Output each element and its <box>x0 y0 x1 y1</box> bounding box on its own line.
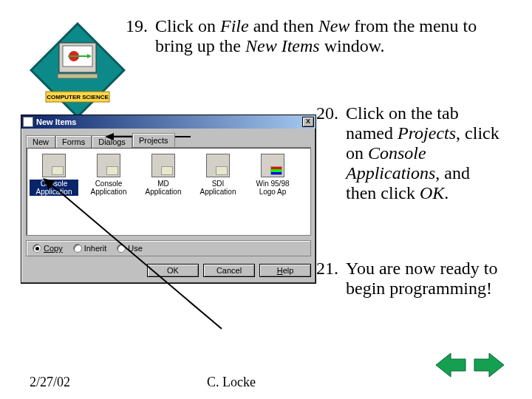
svg-point-3 <box>69 51 79 61</box>
svg-rect-1 <box>59 43 96 72</box>
item-console-application[interactable]: Console Application <box>30 154 78 229</box>
app-icon <box>261 154 284 177</box>
titlebar: New Items X <box>21 115 316 129</box>
svg-rect-6 <box>58 74 98 78</box>
item-sdi-application[interactable]: SDI Application <box>194 154 242 229</box>
projects-panel: Console Application Console Application … <box>26 147 311 236</box>
app-icon <box>97 154 120 177</box>
radio-inherit[interactable]: Inherit <box>73 244 107 253</box>
radio-copy[interactable]: Copy <box>33 244 63 253</box>
instruction-21: 21.You are now ready to begin programmin… <box>309 259 516 299</box>
new-items-window: New Items X New Forms Dialogs Projects C… <box>21 115 316 284</box>
next-slide-button[interactable] <box>473 352 505 378</box>
computer-science-logo: COMPUTER SCIENCE <box>30 22 126 118</box>
item-win9598-logo[interactable]: Win 95/98 Logo Ap <box>248 154 297 229</box>
svg-text:COMPUTER SCIENCE: COMPUTER SCIENCE <box>47 94 109 100</box>
tab-forms[interactable]: Forms <box>55 135 92 148</box>
svg-rect-7 <box>46 92 109 102</box>
svg-marker-14 <box>474 353 504 377</box>
help-button[interactable]: Help <box>259 264 311 277</box>
item-console-application-2[interactable]: Console Application <box>84 154 133 229</box>
item-md-application[interactable]: MD Application <box>139 154 188 229</box>
tabs: New Forms Dialogs Projects <box>26 133 311 147</box>
tab-projects[interactable]: Projects <box>132 133 175 147</box>
button-row: OK Cancel Help <box>21 261 316 283</box>
prev-slide-button[interactable] <box>434 352 467 378</box>
app-icon <box>42 154 66 177</box>
cancel-button[interactable]: Cancel <box>203 264 255 277</box>
svg-marker-0 <box>31 24 124 117</box>
svg-marker-13 <box>436 353 466 377</box>
radio-use[interactable]: Use <box>117 244 143 253</box>
radio-group: Copy Inherit Use <box>26 240 311 256</box>
tab-dialogs[interactable]: Dialogs <box>92 135 132 148</box>
svg-rect-2 <box>63 46 92 66</box>
app-icon <box>151 154 175 177</box>
close-button[interactable]: X <box>302 117 314 127</box>
instruction-20: 20. Click on the tab named Projects, cli… <box>309 103 516 203</box>
footer-author: C. Locke <box>207 375 256 390</box>
svg-marker-5 <box>87 54 92 58</box>
window-icon <box>23 117 33 127</box>
ok-button[interactable]: OK <box>147 264 199 277</box>
app-icon <box>206 154 230 177</box>
tab-new[interactable]: New <box>26 135 55 148</box>
window-title: New Items <box>36 117 302 126</box>
footer-date: 2/27/02 <box>30 375 70 390</box>
instruction-19: 19. Click on File and then New from the … <box>118 16 502 56</box>
